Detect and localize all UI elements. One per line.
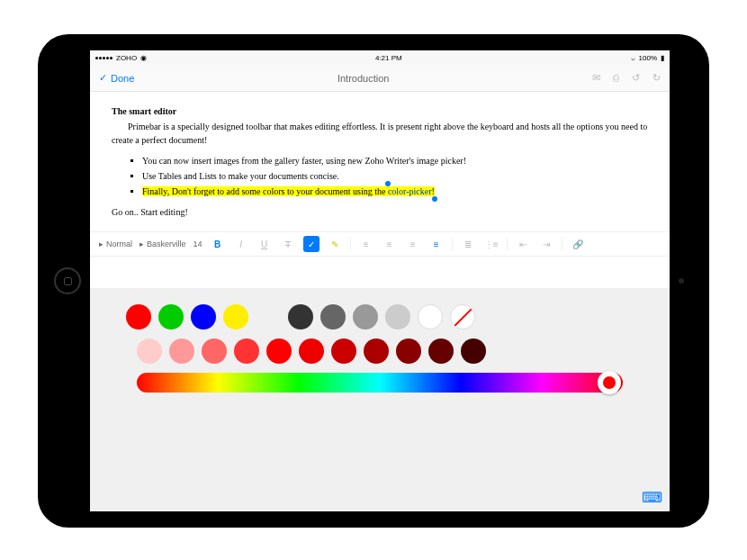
selection-handle-start[interactable] xyxy=(385,181,391,186)
list-item: Use Tables and Lists to make your docume… xyxy=(142,169,648,183)
done-label: Done xyxy=(111,73,134,84)
color-swatch[interactable] xyxy=(450,304,475,330)
color-swatch[interactable] xyxy=(396,339,421,364)
color-swatch[interactable] xyxy=(266,339,292,364)
format-toolbar: ▸ Normal ▸ Baskerville 14 B I U T̶ ✓ ✎ ≡… xyxy=(90,231,670,257)
doc-outro: Go on.. Start editing! xyxy=(112,205,648,219)
doc-list: You can now insert images from the galle… xyxy=(142,154,648,198)
selection-handle-end[interactable] xyxy=(432,196,437,202)
preset-row xyxy=(126,304,634,330)
doc-title: Introduction xyxy=(134,73,592,84)
underline-button[interactable]: U xyxy=(256,236,273,252)
color-swatch[interactable] xyxy=(191,304,216,330)
color-swatch[interactable] xyxy=(320,304,346,330)
doc-paragraph: Primebar is a specially designed toolbar… xyxy=(112,120,648,147)
color-swatch[interactable] xyxy=(385,304,410,330)
style-select[interactable]: ▸ Normal xyxy=(99,239,132,248)
print-icon[interactable]: ⎙ xyxy=(613,72,619,84)
clock: 4:21 PM xyxy=(375,54,402,62)
color-swatch[interactable] xyxy=(223,304,248,330)
align-right-button[interactable]: ≡ xyxy=(405,236,421,252)
font-select[interactable]: ▸ Baskerville xyxy=(140,239,186,248)
color-swatch[interactable] xyxy=(418,304,443,330)
color-swatch[interactable] xyxy=(202,339,227,364)
status-bar: ZOHO ◉ 4:21 PM ⌵ 100% ▮ xyxy=(90,50,670,65)
color-swatch[interactable] xyxy=(158,304,184,330)
camera xyxy=(679,278,684,284)
text-selection[interactable]: color-picker! xyxy=(388,185,435,198)
color-swatch[interactable] xyxy=(331,339,356,364)
doc-heading: The smart editor xyxy=(112,104,648,118)
keyboard-toggle-icon[interactable]: ⌨ xyxy=(642,489,662,506)
hue-slider[interactable] xyxy=(137,373,623,393)
align-justify-button[interactable]: ≡ xyxy=(428,236,445,252)
color-swatch[interactable] xyxy=(364,339,389,364)
color-swatch[interactable] xyxy=(288,304,313,330)
undo-icon[interactable]: ↺ xyxy=(632,72,640,84)
color-swatch[interactable] xyxy=(126,304,151,330)
done-button[interactable]: ✓ Done xyxy=(99,72,134,84)
color-swatch[interactable] xyxy=(461,339,486,364)
mail-icon[interactable]: ✉ xyxy=(592,72,600,84)
shade-row xyxy=(137,339,634,364)
align-center-button[interactable]: ≡ xyxy=(382,236,398,252)
list-item: Finally, Don't forget to add some colors… xyxy=(142,185,648,198)
color-swatch[interactable] xyxy=(137,339,162,364)
slider-thumb[interactable] xyxy=(598,371,621,394)
document-body[interactable]: The smart editor Primebar is a specially… xyxy=(90,92,670,231)
color-swatch[interactable] xyxy=(169,339,194,364)
color-swatch[interactable] xyxy=(234,339,259,364)
list-item: You can now insert images from the galle… xyxy=(142,154,648,167)
size-select[interactable]: 14 xyxy=(194,239,202,248)
bold-button[interactable]: B xyxy=(210,236,226,252)
color-picker-panel: ⌨ xyxy=(90,288,670,511)
nav-bar: ✓ Done Introduction ✉ ⎙ ↺ ↻ xyxy=(90,65,670,92)
color-swatch[interactable] xyxy=(428,339,454,364)
color-swatch[interactable] xyxy=(299,339,324,364)
carrier-label: ZOHO xyxy=(116,54,137,62)
check-icon: ✓ xyxy=(99,72,107,84)
battery-label: 100% xyxy=(639,54,657,62)
list-bullet-button[interactable]: ⋮≡ xyxy=(483,236,500,252)
highlight-button[interactable]: ✎ xyxy=(327,236,343,252)
ipad-frame: ZOHO ◉ 4:21 PM ⌵ 100% ▮ ✓ Done Introduct… xyxy=(38,34,709,528)
battery-icon: ▮ xyxy=(661,54,664,62)
screen: ZOHO ◉ 4:21 PM ⌵ 100% ▮ ✓ Done Introduct… xyxy=(90,50,670,511)
text-color-button[interactable]: ✓ xyxy=(303,236,320,252)
signal-dots-icon xyxy=(95,57,112,59)
link-button[interactable]: 🔗 xyxy=(570,236,586,252)
redo-icon[interactable]: ↻ xyxy=(652,72,661,84)
highlighted-text: Finally, Don't forget to add some colors… xyxy=(142,186,435,196)
bluetooth-icon: ⌵ xyxy=(631,54,635,62)
italic-button[interactable]: I xyxy=(233,236,249,252)
strike-button[interactable]: T̶ xyxy=(280,236,296,252)
align-left-button[interactable]: ≡ xyxy=(358,236,374,252)
indent-button[interactable]: ⇥ xyxy=(538,236,554,252)
outdent-button[interactable]: ⇤ xyxy=(515,236,531,252)
home-button[interactable] xyxy=(54,267,81,294)
color-swatch[interactable] xyxy=(353,304,378,330)
list-number-button[interactable]: ≣ xyxy=(460,236,476,252)
wifi-icon: ◉ xyxy=(140,54,147,62)
